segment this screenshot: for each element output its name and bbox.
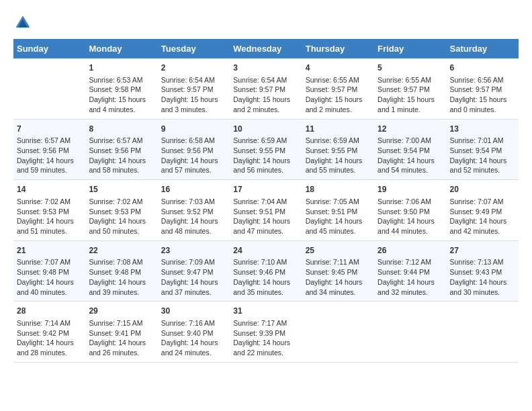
calendar-cell: 5Sunrise: 6:55 AM Sunset: 9:57 PM Daylig…: [374, 58, 446, 119]
day-number: 5: [378, 62, 443, 74]
day-info: Sunrise: 7:05 AM Sunset: 9:51 PM Dayligh…: [306, 197, 371, 236]
days-of-week-row: SundayMondayTuesdayWednesdayThursdayFrid…: [13, 39, 519, 58]
day-number: 22: [89, 245, 154, 257]
day-number: 30: [161, 306, 226, 317]
calendar-cell: [447, 302, 519, 363]
day-of-week-sunday: Sunday: [13, 39, 85, 58]
week-row-5: 28Sunrise: 7:14 AM Sunset: 9:42 PM Dayli…: [13, 302, 519, 363]
calendar-cell: 28Sunrise: 7:14 AM Sunset: 9:42 PM Dayli…: [13, 302, 85, 363]
day-info: Sunrise: 7:01 AM Sunset: 9:54 PM Dayligh…: [450, 136, 515, 175]
day-info: Sunrise: 6:55 AM Sunset: 9:57 PM Dayligh…: [306, 75, 371, 115]
page-header: [13, 13, 519, 32]
day-number: 15: [89, 184, 154, 195]
calendar-cell: 30Sunrise: 7:16 AM Sunset: 9:40 PM Dayli…: [158, 302, 230, 363]
day-number: 27: [450, 245, 515, 257]
day-info: Sunrise: 7:11 AM Sunset: 9:45 PM Dayligh…: [306, 257, 371, 297]
calendar-cell: 29Sunrise: 7:15 AM Sunset: 9:41 PM Dayli…: [85, 302, 157, 363]
day-info: Sunrise: 7:04 AM Sunset: 9:51 PM Dayligh…: [233, 197, 298, 236]
week-row-1: 1Sunrise: 6:53 AM Sunset: 9:58 PM Daylig…: [13, 58, 519, 119]
day-info: Sunrise: 7:00 AM Sunset: 9:54 PM Dayligh…: [378, 136, 443, 175]
calendar-cell: 6Sunrise: 6:56 AM Sunset: 9:57 PM Daylig…: [447, 58, 519, 119]
calendar-cell: 1Sunrise: 6:53 AM Sunset: 9:58 PM Daylig…: [85, 58, 157, 119]
day-number: 21: [17, 245, 82, 257]
calendar-cell: 31Sunrise: 7:17 AM Sunset: 9:39 PM Dayli…: [230, 302, 302, 363]
day-info: Sunrise: 7:06 AM Sunset: 9:50 PM Dayligh…: [378, 197, 443, 236]
day-info: Sunrise: 6:57 AM Sunset: 9:56 PM Dayligh…: [89, 136, 154, 175]
day-number: 8: [89, 124, 154, 135]
day-number: 2: [161, 62, 226, 74]
calendar-cell: [13, 58, 85, 119]
day-info: Sunrise: 6:56 AM Sunset: 9:57 PM Dayligh…: [450, 75, 515, 115]
calendar-cell: 26Sunrise: 7:12 AM Sunset: 9:44 PM Dayli…: [374, 240, 446, 302]
calendar-cell: 18Sunrise: 7:05 AM Sunset: 9:51 PM Dayli…: [302, 180, 374, 241]
calendar-cell: [302, 302, 374, 363]
day-info: Sunrise: 6:55 AM Sunset: 9:57 PM Dayligh…: [378, 75, 443, 115]
day-info: Sunrise: 6:59 AM Sunset: 9:55 PM Dayligh…: [306, 136, 371, 175]
week-row-2: 7Sunrise: 6:57 AM Sunset: 9:56 PM Daylig…: [13, 119, 519, 180]
calendar-cell: 16Sunrise: 7:03 AM Sunset: 9:52 PM Dayli…: [158, 180, 230, 241]
day-of-week-thursday: Thursday: [302, 39, 374, 58]
day-number: 4: [306, 62, 371, 74]
day-info: Sunrise: 6:57 AM Sunset: 9:56 PM Dayligh…: [17, 136, 82, 175]
day-of-week-tuesday: Tuesday: [158, 39, 230, 58]
calendar-cell: 27Sunrise: 7:13 AM Sunset: 9:43 PM Dayli…: [447, 240, 519, 302]
day-number: 16: [161, 184, 226, 195]
day-number: 24: [233, 245, 298, 257]
calendar-cell: 17Sunrise: 7:04 AM Sunset: 9:51 PM Dayli…: [230, 180, 302, 241]
day-number: 23: [161, 245, 226, 257]
calendar-cell: 11Sunrise: 6:59 AM Sunset: 9:55 PM Dayli…: [302, 119, 374, 180]
day-number: 20: [450, 184, 515, 195]
calendar-body: 1Sunrise: 6:53 AM Sunset: 9:58 PM Daylig…: [13, 58, 519, 362]
calendar-cell: 12Sunrise: 7:00 AM Sunset: 9:54 PM Dayli…: [374, 119, 446, 180]
calendar-cell: 21Sunrise: 7:07 AM Sunset: 9:48 PM Dayli…: [13, 240, 85, 302]
day-of-week-wednesday: Wednesday: [230, 39, 302, 58]
logo: [13, 13, 35, 32]
day-info: Sunrise: 7:15 AM Sunset: 9:41 PM Dayligh…: [89, 318, 154, 358]
calendar-cell: 22Sunrise: 7:08 AM Sunset: 9:48 PM Dayli…: [85, 240, 157, 302]
day-number: 18: [306, 184, 371, 195]
calendar-cell: [374, 302, 446, 363]
day-number: 29: [89, 306, 154, 317]
calendar-cell: 24Sunrise: 7:10 AM Sunset: 9:46 PM Dayli…: [230, 240, 302, 302]
day-of-week-saturday: Saturday: [447, 39, 519, 58]
day-info: Sunrise: 6:54 AM Sunset: 9:57 PM Dayligh…: [233, 75, 298, 115]
calendar-cell: 2Sunrise: 6:54 AM Sunset: 9:57 PM Daylig…: [158, 58, 230, 119]
logo-icon: [13, 13, 32, 32]
day-info: Sunrise: 7:14 AM Sunset: 9:42 PM Dayligh…: [17, 318, 82, 358]
day-info: Sunrise: 7:08 AM Sunset: 9:48 PM Dayligh…: [89, 257, 154, 297]
day-number: 26: [378, 245, 443, 257]
day-info: Sunrise: 7:03 AM Sunset: 9:52 PM Dayligh…: [161, 197, 226, 236]
week-row-4: 21Sunrise: 7:07 AM Sunset: 9:48 PM Dayli…: [13, 240, 519, 302]
day-number: 6: [450, 62, 515, 74]
day-number: 9: [161, 124, 226, 135]
calendar-cell: 25Sunrise: 7:11 AM Sunset: 9:45 PM Dayli…: [302, 240, 374, 302]
day-info: Sunrise: 7:02 AM Sunset: 9:53 PM Dayligh…: [89, 197, 154, 236]
day-info: Sunrise: 7:12 AM Sunset: 9:44 PM Dayligh…: [378, 257, 443, 297]
calendar-cell: 14Sunrise: 7:02 AM Sunset: 9:53 PM Dayli…: [13, 180, 85, 241]
calendar-cell: 9Sunrise: 6:58 AM Sunset: 9:56 PM Daylig…: [158, 119, 230, 180]
day-number: 12: [378, 124, 443, 135]
day-info: Sunrise: 6:53 AM Sunset: 9:58 PM Dayligh…: [89, 75, 154, 115]
calendar-header: SundayMondayTuesdayWednesdayThursdayFrid…: [13, 39, 519, 58]
week-row-3: 14Sunrise: 7:02 AM Sunset: 9:53 PM Dayli…: [13, 180, 519, 241]
day-number: 13: [450, 124, 515, 135]
day-number: 31: [233, 306, 298, 317]
day-number: 14: [17, 184, 82, 195]
day-number: 25: [306, 245, 371, 257]
day-info: Sunrise: 7:16 AM Sunset: 9:40 PM Dayligh…: [161, 318, 226, 358]
day-info: Sunrise: 6:59 AM Sunset: 9:55 PM Dayligh…: [233, 136, 298, 175]
day-info: Sunrise: 7:17 AM Sunset: 9:39 PM Dayligh…: [233, 318, 298, 358]
calendar-cell: 20Sunrise: 7:07 AM Sunset: 9:49 PM Dayli…: [447, 180, 519, 241]
calendar-cell: 7Sunrise: 6:57 AM Sunset: 9:56 PM Daylig…: [13, 119, 85, 180]
calendar-cell: 23Sunrise: 7:09 AM Sunset: 9:47 PM Dayli…: [158, 240, 230, 302]
day-info: Sunrise: 6:54 AM Sunset: 9:57 PM Dayligh…: [161, 75, 226, 115]
calendar-cell: 8Sunrise: 6:57 AM Sunset: 9:56 PM Daylig…: [85, 119, 157, 180]
day-number: 10: [233, 124, 298, 135]
day-number: 11: [306, 124, 371, 135]
day-info: Sunrise: 7:09 AM Sunset: 9:47 PM Dayligh…: [161, 257, 226, 297]
calendar-cell: 3Sunrise: 6:54 AM Sunset: 9:57 PM Daylig…: [230, 58, 302, 119]
day-of-week-friday: Friday: [374, 39, 446, 58]
day-number: 28: [17, 306, 82, 317]
day-number: 7: [17, 124, 82, 135]
calendar-cell: 10Sunrise: 6:59 AM Sunset: 9:55 PM Dayli…: [230, 119, 302, 180]
